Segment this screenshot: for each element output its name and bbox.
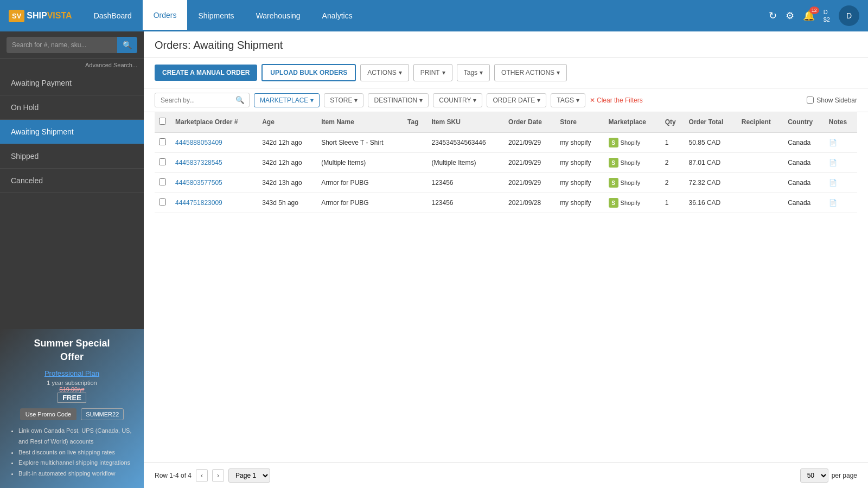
marketplace-filter-button[interactable]: MARKETPLACE ▾: [254, 93, 320, 107]
select-all-checkbox[interactable]: [159, 118, 166, 125]
prev-page-button[interactable]: ‹: [196, 469, 208, 482]
pagination-bar: Row 1-4 of 4 ‹ › Page 1 50 per page: [144, 463, 868, 488]
nav-analytics[interactable]: Analytics: [311, 0, 363, 31]
print-chevron-icon: ▾: [442, 69, 445, 76]
row-select-3[interactable]: [159, 198, 166, 206]
promo-feature-1: Link own Canada Post, UPS (Canada, US, a…: [18, 426, 135, 447]
promo-features: Link own Canada Post, UPS (Canada, US, a…: [9, 426, 135, 479]
search-input[interactable]: [7, 38, 117, 52]
row-notes-0[interactable]: 📄: [825, 132, 857, 153]
page-header: Orders: Awaiting Shipment: [144, 31, 868, 57]
row-recipient-3: [737, 193, 783, 213]
row-notes-2[interactable]: 📄: [825, 173, 857, 193]
settings-icon[interactable]: ⚙: [786, 10, 794, 22]
user-avatar[interactable]: D: [839, 5, 859, 26]
row-sku-1: (Multiple Items): [427, 153, 504, 173]
search-box: 🔍: [7, 37, 137, 53]
row-tag-3: [403, 193, 427, 213]
other-actions-label: OTHER ACTIONS: [501, 69, 554, 76]
row-order-num-1: 4445837328545: [171, 153, 258, 173]
print-button[interactable]: PRINT ▾: [413, 64, 452, 81]
user-name: D: [824, 8, 830, 16]
filter-search: 🔍: [155, 93, 250, 107]
promo-free-price: FREE: [58, 393, 86, 403]
refresh-icon[interactable]: ↻: [769, 10, 777, 22]
main-content: Orders: Awaiting Shipment CREATE A MANUA…: [144, 31, 868, 488]
promo-code-badge: SUMMER22: [81, 408, 124, 420]
filter-search-input[interactable]: [155, 94, 231, 107]
show-sidebar-toggle[interactable]: Show Sidebar: [807, 97, 857, 104]
nav-right: ↻ ⚙ 🔔 12 D $2 D: [769, 5, 859, 26]
order-link-3[interactable]: 4444751823009: [175, 199, 222, 207]
row-store-0: my shopify: [556, 132, 604, 153]
user-info[interactable]: D $2: [824, 8, 830, 24]
logo[interactable]: SV SHIPVISTA: [9, 10, 72, 22]
sidebar-item-shipped[interactable]: Shipped: [0, 144, 144, 169]
country-filter-button[interactable]: COUNTRY ▾: [433, 93, 482, 107]
order-link-0[interactable]: 4445888053409: [175, 139, 222, 146]
create-manual-order-button[interactable]: CREATE A MANUAL ORDER: [155, 65, 257, 81]
col-country: Country: [783, 112, 825, 132]
sidebar-item-on-hold[interactable]: On Hold: [0, 95, 144, 120]
row-age-0: 342d 12h ago: [258, 132, 317, 153]
row-select-0[interactable]: [159, 138, 166, 145]
use-promo-button[interactable]: Use Promo Code: [20, 408, 76, 420]
promo-code-area: Use Promo Code SUMMER22: [9, 408, 135, 420]
notifications-icon[interactable]: 🔔 12: [803, 10, 815, 22]
nav-shipments[interactable]: Shipments: [187, 0, 245, 31]
logo-ship: SHIP: [27, 11, 47, 21]
upload-bulk-orders-button[interactable]: UPLOAD BULK ORDERS: [261, 64, 356, 81]
row-checkbox-0: [155, 132, 171, 153]
row-sku-2: 123456: [427, 173, 504, 193]
other-actions-button[interactable]: OTHER ACTIONS ▾: [494, 64, 567, 81]
row-select-2[interactable]: [159, 178, 166, 185]
col-sku: Item SKU: [427, 112, 504, 132]
sidebar-item-awaiting-shipment[interactable]: Awaiting Shipment: [0, 120, 144, 144]
order-date-filter-button[interactable]: ORDER DATE ▾: [487, 93, 546, 107]
row-select-1[interactable]: [159, 158, 166, 165]
promo-plan-link[interactable]: Professional Plan: [9, 369, 135, 377]
table-row: 4445888053409 342d 12h ago Short Sleeve …: [155, 132, 857, 153]
row-store-3: my shopify: [556, 193, 604, 213]
sidebar-item-canceled[interactable]: Canceled: [0, 169, 144, 193]
sidebar-nav: Awaiting Payment On Hold Awaiting Shipme…: [0, 71, 144, 329]
store-filter-button[interactable]: STORE ▾: [324, 93, 363, 107]
row-item-name-2: Armor for PUBG: [317, 173, 403, 193]
order-link-2[interactable]: 4445803577505: [175, 179, 222, 187]
country-chevron-icon: ▾: [473, 97, 476, 104]
row-notes-3[interactable]: 📄: [825, 193, 857, 213]
filters-bar: 🔍 MARKETPLACE ▾ STORE ▾ DESTINATION ▾ CO…: [144, 88, 868, 112]
page-select[interactable]: Page 1: [228, 468, 270, 483]
show-sidebar-checkbox[interactable]: [807, 97, 814, 104]
row-notes-1[interactable]: 📄: [825, 153, 857, 173]
row-order-num-0: 4445888053409: [171, 132, 258, 153]
store-chevron-icon: ▾: [354, 97, 358, 104]
row-order-date-1: 2021/09/29: [504, 153, 556, 173]
row-recipient-2: [737, 173, 783, 193]
nav-orders[interactable]: Orders: [143, 0, 188, 31]
actions-button[interactable]: ACTIONS ▾: [360, 64, 409, 81]
filter-search-button[interactable]: 🔍: [231, 93, 249, 107]
row-order-date-2: 2021/09/29: [504, 173, 556, 193]
nav-warehousing[interactable]: Warehousing: [245, 0, 311, 31]
sidebar-item-awaiting-payment[interactable]: Awaiting Payment: [0, 71, 144, 95]
tags-label: Tags: [464, 69, 477, 76]
nav-dashboard[interactable]: DashBoard: [83, 0, 143, 31]
col-age: Age: [258, 112, 317, 132]
nav-items: DashBoard Orders Shipments Warehousing A…: [83, 0, 769, 31]
tags-filter-button[interactable]: TAGS ▾: [551, 93, 585, 107]
advanced-search-link[interactable]: Advanced Search...: [0, 59, 144, 71]
marketplace-chevron-icon: ▾: [310, 97, 314, 104]
row-country-1: Canada: [783, 153, 825, 173]
per-page-select[interactable]: 50: [800, 468, 828, 483]
next-page-button[interactable]: ›: [212, 469, 224, 482]
order-link-1[interactable]: 4445837328545: [175, 159, 222, 166]
table-row: 4445837328545 342d 12h ago (Multiple Ite…: [155, 153, 857, 173]
search-button[interactable]: 🔍: [117, 37, 137, 53]
shopify-icon-0: S: [609, 138, 618, 147]
tags-button[interactable]: Tags ▾: [457, 64, 490, 81]
clear-filters-button[interactable]: ✕ Clear the Filters: [590, 97, 643, 104]
destination-filter-button[interactable]: DESTINATION ▾: [368, 93, 429, 107]
tags-chevron-icon: ▾: [480, 69, 483, 76]
row-age-3: 343d 5h ago: [258, 193, 317, 213]
